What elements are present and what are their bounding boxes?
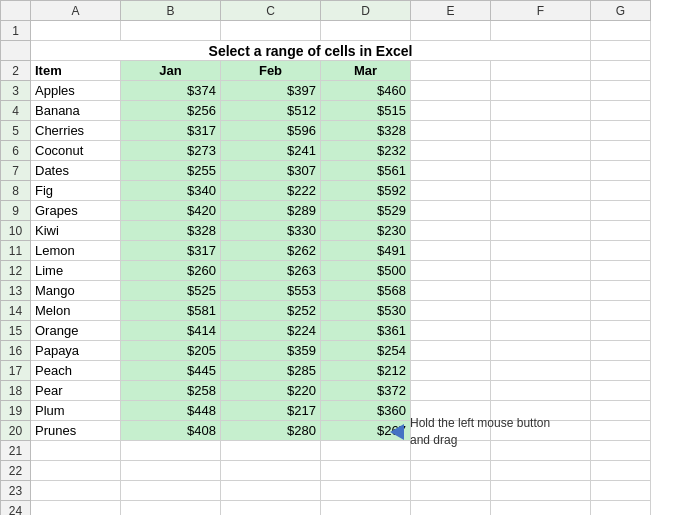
cell-jan: $340 bbox=[121, 181, 221, 201]
table-row: 15Orange$414$224$361 bbox=[1, 321, 651, 341]
table-row: 22 bbox=[1, 461, 651, 481]
annotation: Hold the left mouse button and drag bbox=[390, 415, 550, 449]
table-row: 20Prunes$408$280$267 bbox=[1, 421, 651, 441]
table-row: 14Melon$581$252$530 bbox=[1, 301, 651, 321]
cell-jan: $258 bbox=[121, 381, 221, 401]
table-row: 1 bbox=[1, 21, 651, 41]
col-header-g: G bbox=[591, 1, 651, 21]
col-header-e: E bbox=[411, 1, 491, 21]
cell-jan: $273 bbox=[121, 141, 221, 161]
row-num-17: 17 bbox=[1, 361, 31, 381]
row-num-8: 8 bbox=[1, 181, 31, 201]
cell-item: Grapes bbox=[31, 201, 121, 221]
col-header-c: C bbox=[221, 1, 321, 21]
cell-feb: $397 bbox=[221, 81, 321, 101]
row-num-7: 7 bbox=[1, 161, 31, 181]
table-row: 21 bbox=[1, 441, 651, 461]
cell-mar: $500 bbox=[321, 261, 411, 281]
column-header-row: A B C D E F G bbox=[1, 1, 651, 21]
spreadsheet-title: Select a range of cells in Excel bbox=[31, 41, 591, 61]
cell-feb: $330 bbox=[221, 221, 321, 241]
col-header-d: D bbox=[321, 1, 411, 21]
cell-feb: $280 bbox=[221, 421, 321, 441]
cell-feb: $220 bbox=[221, 381, 321, 401]
cell-feb: $241 bbox=[221, 141, 321, 161]
cell-mar: $561 bbox=[321, 161, 411, 181]
row-num-1: 1 bbox=[1, 21, 31, 41]
table-row: 3Apples$374$397$460 bbox=[1, 81, 651, 101]
cell-mar: $491 bbox=[321, 241, 411, 261]
title-row: Select a range of cells in Excel bbox=[1, 41, 651, 61]
cell-mar: $328 bbox=[321, 121, 411, 141]
row-num-16: 16 bbox=[1, 341, 31, 361]
row-num-3: 3 bbox=[1, 81, 31, 101]
table-row: 16Papaya$205$359$254 bbox=[1, 341, 651, 361]
cell-mar: $529 bbox=[321, 201, 411, 221]
cell-feb: $285 bbox=[221, 361, 321, 381]
cell-item: Melon bbox=[31, 301, 121, 321]
col-header-f: F bbox=[491, 1, 591, 21]
cell-jan: $408 bbox=[121, 421, 221, 441]
cell-jan: $328 bbox=[121, 221, 221, 241]
row-num-13: 13 bbox=[1, 281, 31, 301]
arrow-icon bbox=[390, 424, 404, 440]
cell-item: Fig bbox=[31, 181, 121, 201]
row-num-12: 12 bbox=[1, 261, 31, 281]
table-row: 7Dates$255$307$561 bbox=[1, 161, 651, 181]
annotation-text: Hold the left mouse button and drag bbox=[410, 415, 550, 449]
cell-feb: $289 bbox=[221, 201, 321, 221]
cell-feb: $217 bbox=[221, 401, 321, 421]
table-row: 24 bbox=[1, 501, 651, 516]
cell-jan: $317 bbox=[121, 241, 221, 261]
row-num-18: 18 bbox=[1, 381, 31, 401]
cell-feb: $512 bbox=[221, 101, 321, 121]
row-num-6: 6 bbox=[1, 141, 31, 161]
row-num-4: 4 bbox=[1, 101, 31, 121]
cell-feb: $252 bbox=[221, 301, 321, 321]
cell-item: Pear bbox=[31, 381, 121, 401]
cell-mar: $515 bbox=[321, 101, 411, 121]
data-header-row: 2 Item Jan Feb Mar bbox=[1, 61, 651, 81]
table-row: 4Banana$256$512$515 bbox=[1, 101, 651, 121]
cell-item: Plum bbox=[31, 401, 121, 421]
cell-mar: $568 bbox=[321, 281, 411, 301]
cell-feb: $553 bbox=[221, 281, 321, 301]
col-header-b: B bbox=[121, 1, 221, 21]
row-num-11: 11 bbox=[1, 241, 31, 261]
cell-item: Coconut bbox=[31, 141, 121, 161]
cell-mar: $372 bbox=[321, 381, 411, 401]
cell-feb: $596 bbox=[221, 121, 321, 141]
row-num-14: 14 bbox=[1, 301, 31, 321]
cell-feb: $262 bbox=[221, 241, 321, 261]
cell-jan: $317 bbox=[121, 121, 221, 141]
cell-jan: $414 bbox=[121, 321, 221, 341]
cell-item: Prunes bbox=[31, 421, 121, 441]
table-row: 9Grapes$420$289$529 bbox=[1, 201, 651, 221]
cell-feb: $307 bbox=[221, 161, 321, 181]
row-num-10: 10 bbox=[1, 221, 31, 241]
cell-mar: $530 bbox=[321, 301, 411, 321]
cell-mar: $254 bbox=[321, 341, 411, 361]
cell-mar: $460 bbox=[321, 81, 411, 101]
cell-item: Lime bbox=[31, 261, 121, 281]
cell-item: Cherries bbox=[31, 121, 121, 141]
cell-feb: $263 bbox=[221, 261, 321, 281]
cell-jan: $525 bbox=[121, 281, 221, 301]
table-row: 13Mango$525$553$568 bbox=[1, 281, 651, 301]
table-row: 10Kiwi$328$330$230 bbox=[1, 221, 651, 241]
corner-cell bbox=[1, 1, 31, 21]
cell-item: Papaya bbox=[31, 341, 121, 361]
table-row: 11Lemon$317$262$491 bbox=[1, 241, 651, 261]
cell-feb: $224 bbox=[221, 321, 321, 341]
row-num-20: 20 bbox=[1, 421, 31, 441]
excel-grid: A B C D E F G 1 bbox=[0, 0, 651, 515]
row-num-5: 5 bbox=[1, 121, 31, 141]
cell-jan: $256 bbox=[121, 101, 221, 121]
header-mar: Mar bbox=[321, 61, 411, 81]
row-num-19: 19 bbox=[1, 401, 31, 421]
cell-jan: $448 bbox=[121, 401, 221, 421]
cell-feb: $222 bbox=[221, 181, 321, 201]
cell-jan: $205 bbox=[121, 341, 221, 361]
header-item: Item bbox=[31, 61, 121, 81]
cell-item: Peach bbox=[31, 361, 121, 381]
